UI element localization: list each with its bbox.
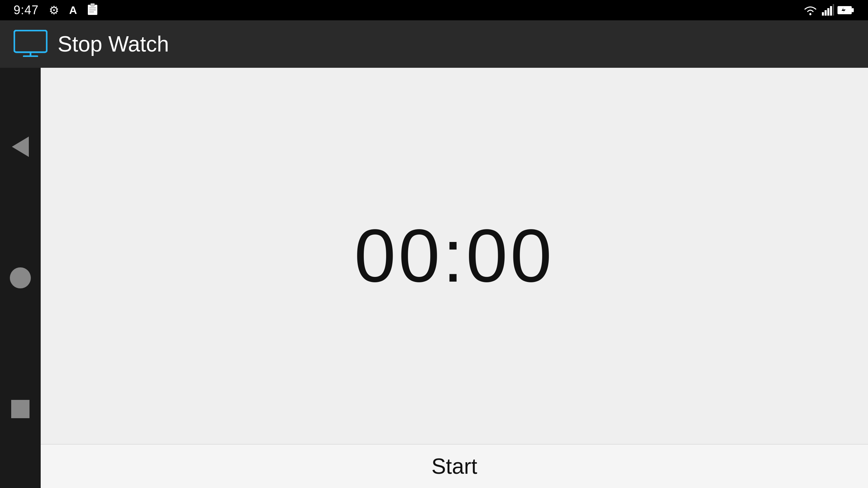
battery-icon: [837, 5, 854, 16]
status-bar: 9:47 ⚙ A: [0, 0, 868, 20]
bottom-bar: Start: [41, 444, 868, 488]
timer-area: 00:00: [41, 68, 868, 444]
svg-rect-13: [852, 8, 854, 12]
svg-rect-11: [833, 4, 834, 16]
app-title: Stop Watch: [58, 32, 169, 57]
svg-rect-2: [91, 3, 95, 6]
back-icon: [12, 137, 29, 157]
back-button[interactable]: [0, 81, 41, 212]
timer-display: 00:00: [354, 213, 555, 299]
app-bar-icon: [14, 30, 47, 58]
wifi-icon: [802, 4, 818, 16]
home-button[interactable]: [0, 212, 41, 344]
svg-rect-14: [14, 30, 47, 52]
svg-rect-9: [827, 8, 829, 16]
svg-rect-7: [822, 12, 824, 16]
app-bar: Stop Watch: [0, 20, 868, 68]
signal-icon: [822, 4, 834, 16]
recents-icon: [11, 400, 29, 418]
clipboard-icon: [87, 3, 98, 18]
monitor-icon: [14, 30, 47, 57]
font-icon: A: [69, 4, 77, 17]
svg-rect-3: [89, 7, 96, 8]
status-time: 9:47: [14, 3, 39, 17]
svg-rect-8: [825, 10, 827, 16]
sidebar: [0, 68, 41, 488]
content-area: 00:00 Start: [41, 68, 868, 488]
svg-rect-10: [830, 6, 832, 16]
home-icon: [10, 267, 31, 288]
start-button[interactable]: Start: [431, 454, 477, 479]
svg-rect-4: [89, 9, 96, 11]
svg-rect-5: [89, 12, 94, 13]
main-layout: 00:00 Start: [0, 68, 868, 488]
status-icons-right: [802, 4, 854, 16]
svg-point-6: [809, 13, 811, 15]
recents-button[interactable]: [0, 343, 41, 474]
gear-icon: ⚙: [49, 3, 59, 17]
